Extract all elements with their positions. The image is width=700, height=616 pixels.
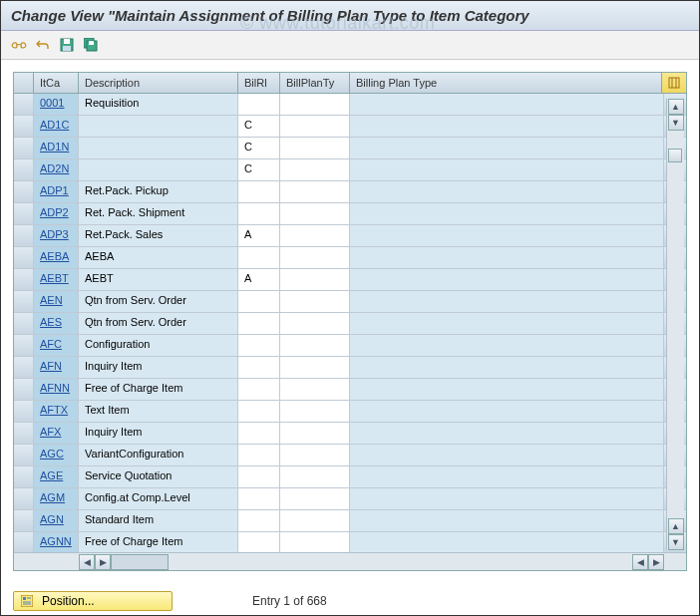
- scroll-up-button[interactable]: ▲: [668, 99, 684, 115]
- table-row[interactable]: ADP2Ret. Pack. Shipment: [14, 203, 686, 225]
- row-selector[interactable]: [14, 401, 34, 423]
- row-selector[interactable]: [14, 466, 34, 488]
- table-row[interactable]: AGNNFree of Charge Item: [14, 532, 686, 552]
- table-row[interactable]: ADP3Ret.Pack. SalesA: [14, 225, 686, 247]
- cell-billplanty[interactable]: [280, 313, 350, 335]
- cell-billplanty[interactable]: [280, 138, 350, 159]
- cell-itca[interactable]: AD1C: [34, 116, 79, 138]
- cell-bilrl[interactable]: [238, 291, 280, 313]
- cell-billplanty[interactable]: [280, 466, 350, 488]
- cell-bilrl[interactable]: [238, 357, 280, 379]
- cell-itca[interactable]: AEN: [34, 291, 79, 313]
- cell-billplanty[interactable]: [280, 116, 350, 138]
- table-row[interactable]: AGCVariantConfiguration: [14, 445, 686, 466]
- hscroll-left2-button[interactable]: ◀: [632, 554, 648, 570]
- save-button[interactable]: [57, 35, 77, 55]
- hscroll-right-button[interactable]: ▶: [95, 554, 111, 570]
- cell-itca[interactable]: AD2N: [34, 159, 79, 181]
- cell-bilrl[interactable]: [238, 247, 280, 269]
- table-row[interactable]: AFTXText Item: [14, 401, 686, 423]
- row-selector[interactable]: [14, 247, 34, 269]
- cell-itca[interactable]: AGNN: [34, 532, 79, 552]
- cell-itca[interactable]: AFN: [34, 357, 79, 379]
- cell-itca[interactable]: ADP1: [34, 181, 79, 203]
- table-row[interactable]: AENQtn from Serv. Order: [14, 291, 686, 313]
- cell-billplanty[interactable]: [280, 247, 350, 269]
- cell-bilrl[interactable]: [238, 445, 280, 466]
- cell-billplanty[interactable]: [280, 379, 350, 401]
- table-row[interactable]: AGMConfig.at Comp.Level: [14, 488, 686, 510]
- table-row[interactable]: AGNStandard Item: [14, 510, 686, 532]
- row-selector[interactable]: [14, 116, 34, 138]
- col-header-description[interactable]: Description: [79, 73, 238, 93]
- cell-billplanty[interactable]: [280, 401, 350, 423]
- cell-itca[interactable]: ADP2: [34, 203, 79, 225]
- row-selector[interactable]: [14, 291, 34, 313]
- vertical-scrollbar[interactable]: ▲ ▼ ▲ ▼: [666, 99, 684, 550]
- cell-billplanty[interactable]: [280, 225, 350, 247]
- scroll-thumb[interactable]: [668, 149, 682, 162]
- cell-billplanty[interactable]: [280, 488, 350, 510]
- table-row[interactable]: 0001Requisition: [14, 94, 686, 116]
- cell-billplanty[interactable]: [280, 532, 350, 552]
- cell-bilrl[interactable]: [238, 379, 280, 401]
- table-row[interactable]: AFXInquiry Item: [14, 423, 686, 445]
- row-selector[interactable]: [14, 423, 34, 445]
- col-config-button[interactable]: [662, 73, 686, 93]
- row-selector[interactable]: [14, 510, 34, 532]
- col-header-billplanty[interactable]: BillPlanTy: [280, 73, 350, 93]
- cell-billplanty[interactable]: [280, 423, 350, 445]
- cell-bilrl[interactable]: [238, 335, 280, 357]
- undo-button[interactable]: [33, 35, 53, 55]
- cell-bilrl[interactable]: [238, 203, 280, 225]
- table-row[interactable]: AD1NC: [14, 138, 686, 159]
- table-row[interactable]: AD1CC: [14, 116, 686, 138]
- cell-itca[interactable]: AGC: [34, 445, 79, 466]
- row-selector[interactable]: [14, 181, 34, 203]
- cell-bilrl[interactable]: C: [238, 116, 280, 138]
- cell-bilrl[interactable]: [238, 488, 280, 510]
- cell-itca[interactable]: AEBT: [34, 269, 79, 291]
- cell-billplanty[interactable]: [280, 510, 350, 532]
- cell-billplanty[interactable]: [280, 159, 350, 181]
- scroll-track[interactable]: [668, 131, 684, 325]
- cell-itca[interactable]: AGE: [34, 466, 79, 488]
- scroll-down2-button[interactable]: ▼: [668, 534, 684, 550]
- row-selector[interactable]: [14, 532, 34, 552]
- row-selector[interactable]: [14, 269, 34, 291]
- cell-bilrl[interactable]: A: [238, 269, 280, 291]
- cell-bilrl[interactable]: [238, 532, 280, 552]
- cell-bilrl[interactable]: C: [238, 138, 280, 159]
- cell-billplanty[interactable]: [280, 94, 350, 116]
- row-selector[interactable]: [14, 379, 34, 401]
- table-row[interactable]: AFCConfiguration: [14, 335, 686, 357]
- position-button[interactable]: Position...: [13, 591, 173, 611]
- cell-bilrl[interactable]: C: [238, 159, 280, 181]
- col-header-itca[interactable]: ItCa: [34, 73, 79, 93]
- cell-billplanty[interactable]: [280, 357, 350, 379]
- hscroll-right2-button[interactable]: ▶: [648, 554, 664, 570]
- cell-itca[interactable]: AES: [34, 313, 79, 335]
- cell-itca[interactable]: AFC: [34, 335, 79, 357]
- row-selector[interactable]: [14, 203, 34, 225]
- table-row[interactable]: AFNNFree of Charge Item: [14, 379, 686, 401]
- table-row[interactable]: AESQtn from Serv. Order: [14, 313, 686, 335]
- table-row[interactable]: AFNInquiry Item: [14, 357, 686, 379]
- save-all-button[interactable]: [81, 35, 101, 55]
- col-selector[interactable]: [14, 73, 34, 93]
- table-row[interactable]: AGEService Quotation: [14, 466, 686, 488]
- row-selector[interactable]: [14, 313, 34, 335]
- cell-billplanty[interactable]: [280, 269, 350, 291]
- cell-itca[interactable]: 0001: [34, 94, 79, 116]
- cell-bilrl[interactable]: [238, 466, 280, 488]
- row-selector[interactable]: [14, 94, 34, 116]
- cell-billplanty[interactable]: [280, 335, 350, 357]
- cell-itca[interactable]: AEBA: [34, 247, 79, 269]
- row-selector[interactable]: [14, 159, 34, 181]
- table-row[interactable]: ADP1Ret.Pack. Pickup: [14, 181, 686, 203]
- table-row[interactable]: AEBTAEBTA: [14, 269, 686, 291]
- col-header-bilrl[interactable]: BilRl: [238, 73, 280, 93]
- cell-billplanty[interactable]: [280, 445, 350, 466]
- row-selector[interactable]: [14, 335, 34, 357]
- scroll-up2-button[interactable]: ▲: [668, 518, 684, 534]
